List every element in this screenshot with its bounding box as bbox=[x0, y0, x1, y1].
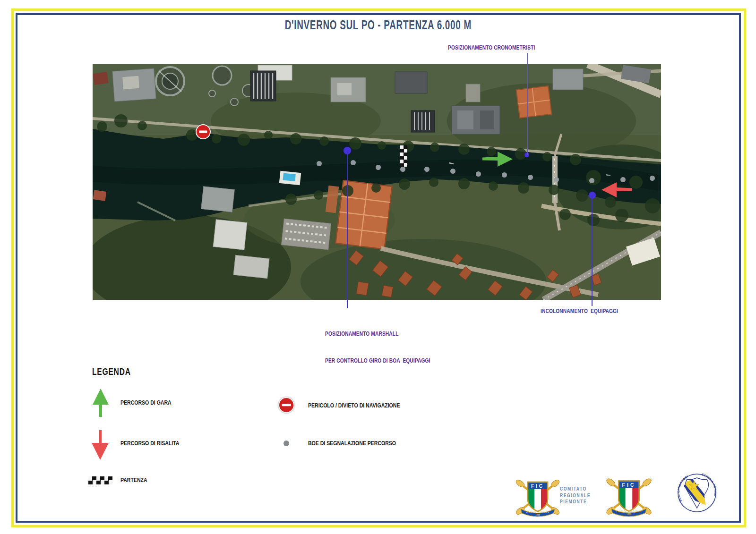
cronometristi-connector-line bbox=[527, 53, 528, 155]
course-buoy bbox=[424, 167, 430, 172]
red-down-arrow-icon bbox=[91, 430, 109, 460]
fic-year-text: 1888 bbox=[627, 513, 632, 516]
return-direction-arrow bbox=[601, 181, 632, 198]
race-direction-arrow bbox=[482, 151, 514, 168]
course-buoy bbox=[620, 177, 626, 182]
legend-label-percorso-di-gara: PERCORSO DI GARA bbox=[120, 399, 172, 406]
esperia-torino-badge: SOC. CANOTTIERI ESPERIA-TORINO bbox=[677, 473, 717, 513]
course-buoy bbox=[554, 177, 559, 182]
legend-label-pericolo: PERICOLO / DIVIETO DI NAVIGAZIONE bbox=[308, 402, 400, 409]
fic-banner-text: CANOTTAGGIO bbox=[617, 510, 642, 513]
green-up-arrow-icon bbox=[92, 389, 109, 418]
course-buoy bbox=[502, 172, 507, 178]
legend-label-boe: BOE DI SEGNALAZIONE PERCORSO bbox=[308, 440, 396, 447]
marshall-label-line2: PER CONTROLLO GIRO DI BOA EQUIPAGGI bbox=[325, 356, 430, 365]
label-posizionamento-marshall: POSIZIONAMENTO MARSHALL PER CONTROLLO GI… bbox=[325, 311, 430, 383]
page-title-text: D'INVERNO SUL PO - PARTENZA 6.000 M bbox=[284, 18, 471, 33]
comitato-regionale-piemonte-text: COMITATO REGIONALE PIEMONTE bbox=[560, 486, 591, 505]
fic-acronym-text: FIC bbox=[531, 483, 544, 489]
fic-acronym-text: FIC bbox=[622, 483, 636, 488]
course-buoy bbox=[450, 169, 455, 174]
marshall-connector-line bbox=[347, 151, 348, 308]
no-entry-icon bbox=[278, 397, 294, 413]
checkered-start-icon bbox=[88, 476, 112, 484]
course-buoy bbox=[376, 165, 381, 170]
satellite-map bbox=[93, 64, 661, 300]
legend-label-percorso-di-risalita: PERCORSO DI RISALITA bbox=[120, 440, 179, 447]
course-buoy bbox=[589, 178, 594, 183]
course-buoy bbox=[528, 175, 533, 180]
legend-heading: LEGENDA bbox=[92, 366, 131, 377]
marshall-label-line1: POSIZIONAMENTO MARSHALL bbox=[325, 329, 430, 338]
fic-logo-2: FIC CANOTTAGGIO 1888 bbox=[602, 473, 655, 518]
satellite-imagery bbox=[93, 64, 661, 300]
cronometristi-point-marker bbox=[524, 153, 529, 157]
comitato-line2: REGIONALE bbox=[560, 492, 591, 499]
comitato-line3: PIEMONTE bbox=[560, 499, 591, 505]
page-title: D'INVERNO SUL PO - PARTENZA 6.000 M bbox=[0, 18, 756, 33]
incolonnamento-connector-line bbox=[592, 195, 593, 306]
comitato-line1: COMITATO bbox=[560, 486, 591, 492]
label-incolonnamento-equipaggi: INCOLONNAMENTO EQUIPAGGI bbox=[541, 307, 618, 314]
legend-label-partenza: PARTENZA bbox=[120, 476, 147, 483]
fic-logo: FIC CANOTTAGGIO 1888 bbox=[514, 475, 561, 518]
fic-year-text: 1888 bbox=[535, 514, 541, 516]
start-line-checkered-marker bbox=[400, 145, 407, 167]
course-map-page: D'INVERNO SUL PO - PARTENZA 6.000 M POSI… bbox=[0, 0, 756, 534]
no-entry-sign bbox=[196, 124, 211, 139]
course-buoy bbox=[351, 160, 356, 165]
fic-banner-text: CANOTTAGGIO bbox=[525, 510, 550, 513]
course-buoy bbox=[650, 176, 655, 181]
label-posizionamento-cronometristi: POSIZIONAMENTO CRONOMETRISTI bbox=[448, 44, 535, 51]
course-buoy bbox=[476, 171, 481, 177]
course-buoy bbox=[317, 161, 322, 166]
course-buoy bbox=[400, 167, 405, 172]
buoy-dot-icon bbox=[284, 441, 289, 446]
